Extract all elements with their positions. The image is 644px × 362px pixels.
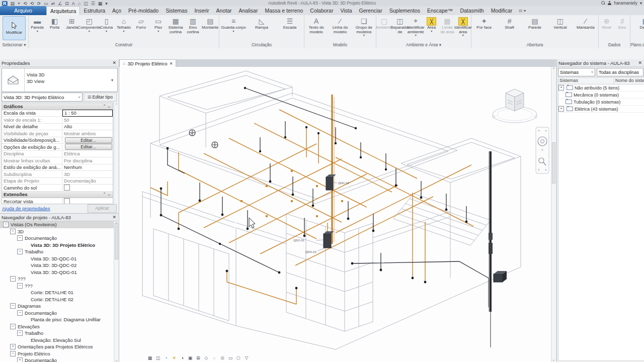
properties-help-link[interactable]: Ajuda de propriedades	[2, 206, 50, 211]
tree-expander-icon[interactable]: +	[10, 344, 16, 349]
tree-item-orientacoes-para-projetos-eletricos[interactable]: +Orientações para Projetos Elétricos	[0, 343, 114, 350]
ribbon-button-sistema-cortina[interactable]: ▦Sistema cortina	[167, 16, 184, 34]
edit-button[interactable]: Editar...	[65, 137, 112, 143]
system-item-mecanica-0-sistemas[interactable]: Mecânica (0 sistemas)	[558, 92, 644, 99]
tree-expander-icon[interactable]: −	[17, 283, 23, 289]
tree-item-vista-3d-3d-qdg-01[interactable]: Vista 3D: 3D-QDG-01	[0, 269, 114, 276]
tab-modificar[interactable]: Modificar	[488, 6, 516, 15]
type-preview[interactable]: Vista 3D 3D View ▾	[2, 68, 118, 92]
lock-view-icon[interactable]: ◇	[203, 355, 209, 361]
tree-expander-icon[interactable]: −	[17, 330, 23, 336]
ribbon-button-por-face[interactable]: ✦Por face	[471, 16, 497, 30]
tab-arquivo[interactable]: Arquivo	[0, 6, 46, 15]
ribbon-button-identificar-area[interactable]: ╳Identificar área▾	[455, 16, 471, 37]
tree-item-vistas-os-reviteiros[interactable]: −Vistas (Os Reviteiros)	[0, 221, 114, 228]
property-value[interactable]: 50	[62, 117, 113, 123]
view-control-bar[interactable]: ▦◫◔☀◑▣⊞◇◌⊙▭⬡▽	[147, 355, 250, 362]
hide-elements-icon[interactable]: ◌	[211, 355, 217, 361]
tree-expander-icon[interactable]: −	[10, 303, 16, 309]
dropdown-caret-icon[interactable]: ▾	[106, 30, 107, 33]
ribbon-group-label-selecionar[interactable]: Selecionar ▾	[0, 42, 28, 48]
tree-expander-icon[interactable]: −	[10, 276, 16, 282]
ribbon-button-identificar-ambiente[interactable]: ⌖Identificar ambiente▾	[408, 16, 424, 37]
property-row-visibilidade-de-pecas[interactable]: Visibilidade de peçasMostrar ambos	[2, 130, 113, 137]
dropdown-caret-icon[interactable]: ▾	[363, 34, 365, 37]
dropdown-caret-icon[interactable]: ▾	[123, 30, 124, 33]
ribbon-button-guarda-corpo[interactable]: ≡Guarda-corpo▾	[219, 16, 248, 33]
tree-item-documentacao[interactable]: +Documentação	[0, 357, 114, 362]
edit-button[interactable]: Editar...	[65, 144, 112, 150]
tree-item-documentacao[interactable]: −Documentação	[0, 235, 114, 242]
ribbon-button-porta[interactable]: ◧Porta	[46, 16, 63, 30]
ribbon-button-telhado[interactable]: ⌂Telhado▾	[115, 16, 132, 33]
tree-expander-icon[interactable]: −	[10, 229, 16, 234]
property-row-escala-da-vista[interactable]: Escala da vista1 : 50	[2, 110, 113, 117]
ribbon-button-escada[interactable]: ☰Escada	[276, 16, 304, 30]
modify-tool-button[interactable]: Modificar	[3, 16, 26, 40]
view-tab-3d-projeto-eletrico[interactable]: ⌂ 3D Projeto Elétrico ✕	[119, 59, 176, 67]
modify-state-icon[interactable]: ⊡	[519, 9, 522, 13]
ribbon-button-grupo-de-modelos[interactable]: ❏Grupo de modelos▾	[352, 16, 376, 37]
tree-item-elevacao-elevacao-sul[interactable]: Elevação: Elevação Sul	[0, 337, 114, 344]
tab-aco[interactable]: Aço	[109, 6, 125, 15]
ribbon-button-mansarda[interactable]: ∕Mansarda	[573, 16, 598, 30]
properties-section-extensoes[interactable]: Extensões⌃ ⌄	[2, 192, 113, 199]
discipline-combo[interactable]: Todas as disciplinas	[597, 68, 643, 76]
ribbon-button-piso[interactable]: ▭Piso▾	[150, 16, 167, 33]
view-tab-close-icon[interactable]: ✕	[170, 61, 173, 66]
property-value[interactable]: Editar...	[62, 137, 113, 144]
tree-expander-icon[interactable]: −	[3, 222, 9, 227]
property-row-subdisciplina[interactable]: Subdisciplina3D	[2, 171, 113, 178]
tab-pre-moldado[interactable]: Pré-moldado	[125, 6, 162, 15]
property-value[interactable]: 1 : 50	[62, 110, 113, 117]
ribbon-button-coluna[interactable]: ▯Coluna▾	[98, 16, 115, 33]
tab-analisar[interactable]: Analisar	[235, 6, 262, 15]
checkbox[interactable]	[64, 185, 70, 191]
tree-expander-icon[interactable]: −	[17, 249, 23, 254]
tab-estrutura[interactable]: Estrutura	[80, 6, 109, 15]
property-row-estilo-de-exibicao-de-ana[interactable]: Estilo de exibição de aná...Nenhum	[2, 164, 113, 171]
tab-datasmith[interactable]: Datasmith	[456, 6, 487, 15]
system-item-nao-atribuido-5-itens[interactable]: +Não atribuído (5 itens)	[558, 84, 644, 92]
ribbon-group-label-plano-de-trabalho[interactable]: Plano de trabalho	[630, 42, 644, 48]
tree-expander-icon[interactable]: +	[558, 85, 564, 90]
property-row-etapa-de-projeto[interactable]: Etapa de ProjetoDocumentação	[2, 178, 113, 185]
dropdown-caret-icon[interactable]: ▾	[462, 34, 464, 37]
dropdown-caret-icon[interactable]: ▾	[232, 30, 234, 33]
ribbon-group-label-circulacao[interactable]: Circulação	[219, 42, 304, 48]
ribbon-button-parede[interactable]: ▬Parede▾	[29, 16, 46, 33]
constraints-icon[interactable]: ▽	[244, 355, 250, 361]
tree-item-elevacoes[interactable]: −Elevações	[0, 323, 114, 330]
tab-vista[interactable]: Vista	[337, 6, 355, 15]
properties-section-graficos[interactable]: Gráficos⌃ ⌄	[2, 103, 113, 110]
sun-path-icon[interactable]: ☀	[171, 355, 177, 361]
reveal-hidden-icon[interactable]: ⊙	[219, 355, 225, 361]
tree-expander-icon[interactable]: −	[10, 324, 16, 329]
search-icon[interactable]	[601, 1, 605, 5]
tab-colaborar[interactable]: Colaborar	[306, 6, 337, 15]
type-selector-combo[interactable]: Vista 3D: 3D Projeto Elétrico˅	[2, 93, 83, 102]
ribbon-button-forro[interactable]: ▱Forro	[132, 16, 149, 30]
tree-item-3d[interactable]: −3D	[0, 228, 114, 235]
tree-item-trabalho[interactable]: −Trabalho	[0, 330, 114, 337]
tab-anotar[interactable]: Anotar	[213, 6, 235, 15]
tree-expander-icon[interactable]: −	[17, 310, 23, 316]
ribbon-button-area[interactable]: ╳Área▾	[424, 16, 439, 33]
ribbon-button-texto-do-modelo[interactable]: ATexto do modelo	[304, 16, 328, 34]
property-row-disciplina[interactable]: DisciplinaElétrica	[2, 151, 113, 158]
navigation-bar[interactable]	[536, 127, 549, 173]
tree-item-vista-3d-3d-qdc-02[interactable]: Vista 3D: 3D-QDC-02	[0, 262, 114, 269]
property-value[interactable]: 3D	[62, 171, 113, 177]
property-value[interactable]	[62, 185, 113, 191]
property-row-nivel-de-detalhe[interactable]: Nível de detalheAlto	[2, 124, 113, 131]
crop-icon[interactable]: ▣	[187, 355, 193, 361]
worksharing-icon[interactable]: ▭	[227, 355, 233, 361]
property-value[interactable]: Alto	[62, 124, 113, 130]
visual-style-icon[interactable]: ◔	[163, 355, 169, 361]
ribbon-group-label-construir[interactable]: Construir	[29, 42, 219, 48]
dropdown-caret-icon[interactable]: ▾	[89, 30, 90, 33]
properties-grid[interactable]: Gráficos⌃ ⌄Escala da vista1 : 50Valor de…	[2, 103, 113, 204]
tree-item-corte-detalhe-01[interactable]: Corte: DETALHE 01	[0, 289, 114, 296]
tree-item-corte-detalhe-02[interactable]: Corte: DETALHE 02	[0, 296, 114, 303]
user-menu-caret-icon[interactable]: ▾	[640, 1, 642, 6]
